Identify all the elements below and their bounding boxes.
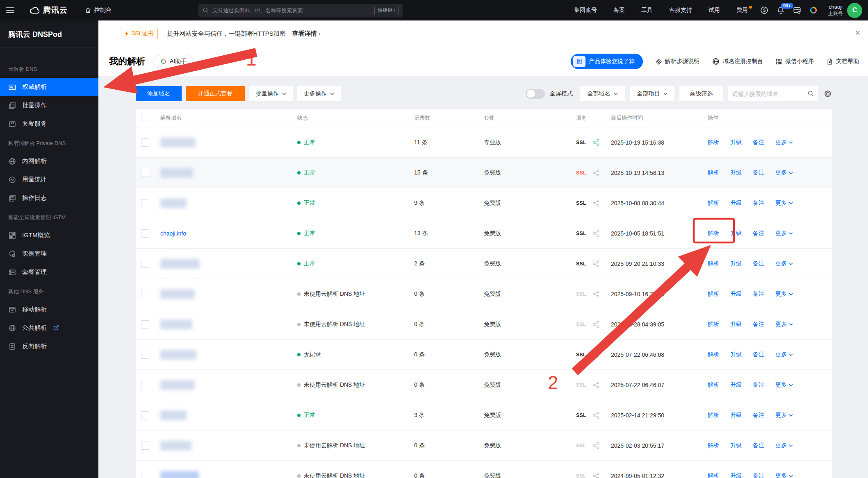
action-升级-link[interactable]: 升级 bbox=[730, 351, 742, 358]
action-解析-link[interactable]: 解析 bbox=[708, 381, 719, 389]
ssl-badge[interactable]: SSL bbox=[576, 140, 586, 145]
header-link-域名注册控制台[interactable]: 域名注册控制台 bbox=[712, 57, 763, 66]
table-settings-gear-icon[interactable] bbox=[823, 89, 832, 98]
action-升级-link[interactable]: 升级 bbox=[730, 442, 742, 449]
topbar-menu-试用[interactable]: 试用 bbox=[700, 0, 728, 20]
share-molecule-icon[interactable] bbox=[592, 411, 600, 419]
row-checkbox[interactable] bbox=[141, 169, 149, 177]
share-molecule-icon[interactable] bbox=[592, 169, 600, 177]
topbar-menu-工具[interactable]: 工具 bbox=[633, 0, 661, 20]
sidebar-item-移动解析[interactable]: 移动解析 bbox=[0, 300, 98, 319]
banner-close-icon[interactable]: ✕ bbox=[855, 29, 861, 37]
action-解析-link[interactable]: 解析 bbox=[708, 139, 719, 146]
action-解析-link[interactable]: 解析 bbox=[708, 472, 719, 478]
sidebar-item-用量统计[interactable]: 用量统计 bbox=[0, 170, 98, 189]
share-molecule-icon[interactable] bbox=[592, 381, 600, 389]
action-更多-link[interactable]: 更多 bbox=[775, 290, 793, 298]
account-menu[interactable]: chaoji 主账号 bbox=[828, 4, 843, 16]
topbar-menu-客服支持[interactable]: 客服支持 bbox=[661, 0, 700, 20]
action-备注-link[interactable]: 备注 bbox=[753, 260, 764, 267]
action-更多-link[interactable]: 更多 bbox=[775, 472, 793, 478]
sidebar-item-IGTM概览[interactable]: IGTM概览 bbox=[0, 226, 98, 245]
project-filter-select[interactable]: 全部项目 bbox=[630, 86, 674, 101]
share-molecule-icon[interactable] bbox=[592, 138, 600, 147]
ssl-badge[interactable]: SSL bbox=[576, 443, 586, 449]
select-all-checkbox[interactable] bbox=[141, 114, 149, 122]
action-升级-link[interactable]: 升级 bbox=[730, 381, 742, 389]
action-解析-link[interactable]: 解析 bbox=[708, 230, 719, 237]
ssl-badge[interactable]: SSL bbox=[576, 261, 586, 267]
action-解析-link[interactable]: 解析 bbox=[708, 412, 719, 419]
sidebar-item-实例管理[interactable]: 实例管理 bbox=[0, 245, 98, 263]
ssl-badge[interactable]: SSL bbox=[576, 322, 586, 327]
action-升级-link[interactable]: 升级 bbox=[730, 260, 742, 267]
search-icon[interactable] bbox=[807, 90, 814, 97]
sidebar-item-批量操作[interactable]: 批量操作 bbox=[0, 96, 98, 115]
tencent-cloud-logo[interactable]: 腾讯云 bbox=[21, 5, 79, 16]
domain-filter-select[interactable]: 全部域名 bbox=[580, 86, 625, 101]
action-备注-link[interactable]: 备注 bbox=[753, 472, 764, 478]
open-plan-button[interactable]: 开通正式套餐 bbox=[186, 86, 245, 101]
header-link-文档帮助[interactable]: 文档帮助 bbox=[826, 58, 859, 65]
row-checkbox[interactable] bbox=[141, 320, 149, 328]
share-molecule-icon[interactable] bbox=[592, 229, 600, 238]
action-解析-link[interactable]: 解析 bbox=[708, 442, 719, 449]
share-molecule-icon[interactable] bbox=[592, 472, 600, 478]
more-operations-dropdown[interactable]: 更多操作 bbox=[297, 86, 341, 101]
sidebar-item-反向解析[interactable]: 反向解析 bbox=[0, 337, 98, 356]
topbar-menu-集团账号[interactable]: 集团账号 bbox=[566, 0, 605, 20]
product-feedback-button[interactable]: 产品体验您说了算 bbox=[571, 54, 643, 69]
row-checkbox[interactable] bbox=[141, 229, 149, 238]
global-search-input[interactable] bbox=[212, 7, 371, 14]
action-升级-link[interactable]: 升级 bbox=[730, 169, 742, 177]
share-molecule-icon[interactable] bbox=[592, 260, 600, 268]
action-备注-link[interactable]: 备注 bbox=[753, 381, 764, 389]
row-checkbox[interactable] bbox=[141, 411, 149, 419]
share-molecule-icon[interactable] bbox=[592, 290, 600, 298]
action-升级-link[interactable]: 升级 bbox=[730, 472, 742, 478]
header-link-微信小程序[interactable]: 微信小程序 bbox=[775, 58, 814, 65]
domain-search-input[interactable] bbox=[732, 91, 807, 97]
action-升级-link[interactable]: 升级 bbox=[730, 230, 742, 237]
notifications-bell-icon[interactable]: 99+ bbox=[772, 0, 789, 20]
banner-details-link[interactable]: 查看详情 › bbox=[292, 30, 321, 38]
action-解析-link[interactable]: 解析 bbox=[708, 260, 719, 267]
action-备注-link[interactable]: 备注 bbox=[753, 169, 764, 177]
sidebar-item-套餐服务[interactable]: 套餐服务 bbox=[0, 115, 98, 133]
action-升级-link[interactable]: 升级 bbox=[730, 321, 742, 328]
action-备注-link[interactable]: 备注 bbox=[753, 442, 764, 449]
row-checkbox[interactable] bbox=[141, 442, 149, 450]
console-link[interactable]: 控制台 bbox=[79, 0, 117, 20]
row-checkbox[interactable] bbox=[141, 138, 149, 147]
share-molecule-icon[interactable] bbox=[592, 351, 600, 359]
assistant-icon[interactable] bbox=[756, 0, 772, 20]
sidebar-item-权威解析[interactable]: W.权威解析 bbox=[0, 78, 98, 96]
user-avatar[interactable]: C bbox=[847, 3, 862, 18]
copilot-pinwheel-icon[interactable] bbox=[805, 0, 822, 20]
action-备注-link[interactable]: 备注 bbox=[753, 412, 764, 419]
action-更多-link[interactable]: 更多 bbox=[775, 139, 793, 146]
fullscreen-toggle[interactable] bbox=[526, 89, 545, 99]
ai-assistant-button[interactable]: AI助手 bbox=[153, 55, 194, 68]
ssl-badge[interactable]: SSL bbox=[576, 412, 586, 418]
row-checkbox[interactable] bbox=[141, 351, 149, 359]
row-checkbox[interactable] bbox=[141, 472, 149, 478]
topbar-menu-费用[interactable]: 费用 bbox=[728, 0, 756, 20]
action-更多-link[interactable]: 更多 bbox=[775, 230, 793, 237]
batch-operations-dropdown[interactable]: 批量操作 bbox=[249, 86, 293, 101]
action-解析-link[interactable]: 解析 bbox=[708, 199, 719, 207]
share-molecule-icon[interactable] bbox=[592, 320, 600, 328]
action-备注-link[interactable]: 备注 bbox=[753, 290, 764, 298]
action-升级-link[interactable]: 升级 bbox=[730, 412, 742, 419]
action-更多-link[interactable]: 更多 bbox=[775, 260, 793, 267]
ssl-badge[interactable]: SSL bbox=[576, 170, 586, 176]
action-备注-link[interactable]: 备注 bbox=[753, 199, 764, 207]
sidebar-item-操作日志[interactable]: 操作日志 bbox=[0, 189, 98, 207]
domain-link[interactable]: chaoji.info bbox=[160, 230, 186, 237]
action-备注-link[interactable]: 备注 bbox=[753, 230, 764, 237]
action-更多-link[interactable]: 更多 bbox=[775, 442, 793, 449]
advanced-filter-button[interactable]: 高级筛选 bbox=[679, 86, 723, 101]
sidebar-item-公共解析[interactable]: 公共解析 bbox=[0, 319, 98, 337]
domain-search-box[interactable] bbox=[728, 86, 818, 101]
action-更多-link[interactable]: 更多 bbox=[775, 412, 793, 419]
